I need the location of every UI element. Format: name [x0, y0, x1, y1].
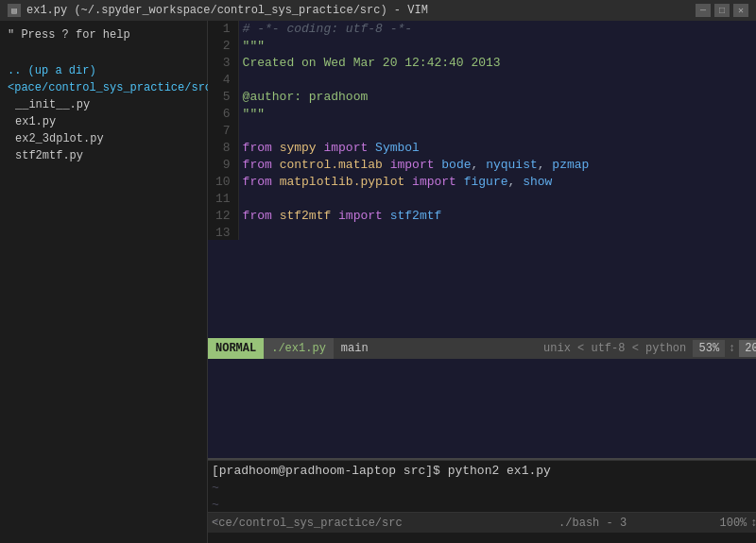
terminal-output[interactable]: [pradhoom@pradhoom-laptop src]$ python2 …: [208, 460, 756, 512]
code-line-10: from matplotlib.pyplot import figure, sh…: [243, 174, 756, 191]
title-bar-left: ▤ ex1.py (~/.spyder_workspace/control_sy…: [8, 4, 428, 17]
tilde-1: ~: [212, 480, 756, 497]
scroll-icon: ↕: [725, 342, 739, 355]
terminal-scroll-icon: ↕: [750, 517, 756, 530]
terminal-prompt: [pradhoom@pradhoom-laptop src]$ python2 …: [212, 463, 756, 480]
func-name: main: [341, 342, 369, 355]
line-numbers: 1 2 3 4 5 6 7 8 9 10 11 12 13 14: [208, 21, 239, 240]
file-init[interactable]: __init__.py: [0, 96, 207, 113]
code-line-11: [243, 191, 756, 208]
terminal-pane: [pradhoom@pradhoom-laptop src]$ python2 …: [208, 458, 756, 543]
ln-9: 9: [215, 157, 231, 174]
ln-1: 1: [215, 21, 231, 38]
code-line-6: """: [243, 106, 756, 123]
file-stf2mtf[interactable]: stf2mtf.py: [0, 147, 207, 164]
close-button[interactable]: ✕: [733, 4, 748, 17]
vim-window: " Press ? for help .. (up a dir) <pace/c…: [0, 21, 756, 543]
window-controls[interactable]: ─ □ ✕: [696, 4, 748, 17]
window-title: ex1.py (~/.spyder_workspace/control_sys_…: [26, 4, 428, 17]
vim-mode: NORMAL: [208, 338, 264, 359]
source-code: # -*- coding: utf-8 -*- """ Created on W…: [239, 21, 756, 240]
ln-3: 3: [215, 55, 231, 72]
app-icon: ▤: [8, 4, 21, 17]
ln-10: 10: [215, 174, 231, 191]
minimize-button[interactable]: ─: [696, 4, 711, 17]
maximize-button[interactable]: □: [714, 4, 730, 17]
scroll-percent: 53%: [693, 340, 725, 357]
file-explorer: " Press ? for help .. (up a dir) <pace/c…: [0, 21, 208, 543]
current-path: <pace/control_sys_practice/src/: [0, 79, 207, 96]
blank-line: [0, 45, 207, 62]
terminal-path: <ce/control_sys_practice/src: [212, 517, 466, 530]
pane-top: " Press ? for help .. (up a dir) <pace/c…: [0, 21, 756, 543]
function-context: main unix < utf-8 < python 53% ↕ 20:69: [334, 338, 756, 359]
terminal-session: ./bash - 3: [466, 517, 720, 530]
ln-11: 11: [215, 191, 231, 208]
terminal-status-bar: <ce/control_sys_practice/src ./bash - 3 …: [208, 512, 756, 533]
code-line-3: Created on Wed Mar 20 12:42:40 2013: [243, 55, 756, 72]
ln-6: 6: [215, 106, 231, 123]
ln-7: 7: [215, 123, 231, 140]
title-bar: ▤ ex1.py (~/.spyder_workspace/control_sy…: [0, 0, 756, 21]
ln-12: 12: [215, 208, 231, 225]
code-line-7: [243, 123, 756, 140]
code-line-1: # -*- coding: utf-8 -*-: [243, 21, 756, 38]
vim-status-bar: NORMAL ./ex1.py main unix < utf-8 < pyth…: [208, 240, 756, 459]
ln-2: 2: [215, 38, 231, 55]
cursor-position: 20:69: [739, 340, 756, 357]
file-ex2[interactable]: ex2_3dplot.py: [0, 130, 207, 147]
current-file: ./ex1.py: [264, 338, 334, 359]
code-line-8: from sympy import Symbol: [243, 140, 756, 157]
ln-4: 4: [215, 72, 231, 89]
editor-pane: 1 2 3 4 5 6 7 8 9 10 11 12 13 14: [208, 21, 756, 543]
ln-8: 8: [215, 140, 231, 157]
code-container: 1 2 3 4 5 6 7 8 9 10 11 12 13 14: [208, 21, 756, 240]
terminal-percent: 100%: [720, 517, 751, 530]
ln-5: 5: [215, 89, 231, 106]
code-line-4: [243, 72, 756, 89]
code-line-2: """: [243, 38, 756, 55]
file-path: ./ex1.py: [271, 342, 326, 355]
ln-13: 13: [215, 225, 231, 240]
code-line-9: from control.matlab import bode, nyquist…: [243, 157, 756, 174]
code-line-5: @author: pradhoom: [243, 89, 756, 106]
code-line-13: [243, 225, 756, 240]
up-dir[interactable]: .. (up a dir): [0, 62, 207, 79]
encoding-info: unix < utf-8 < python: [543, 342, 686, 355]
file-ex1[interactable]: ex1.py: [0, 113, 207, 130]
help-text: " Press ? for help: [0, 25, 207, 45]
code-line-12: from stf2mtf import stf2mtf: [243, 208, 756, 225]
code-editor[interactable]: 1 2 3 4 5 6 7 8 9 10 11 12 13 14: [208, 21, 756, 240]
